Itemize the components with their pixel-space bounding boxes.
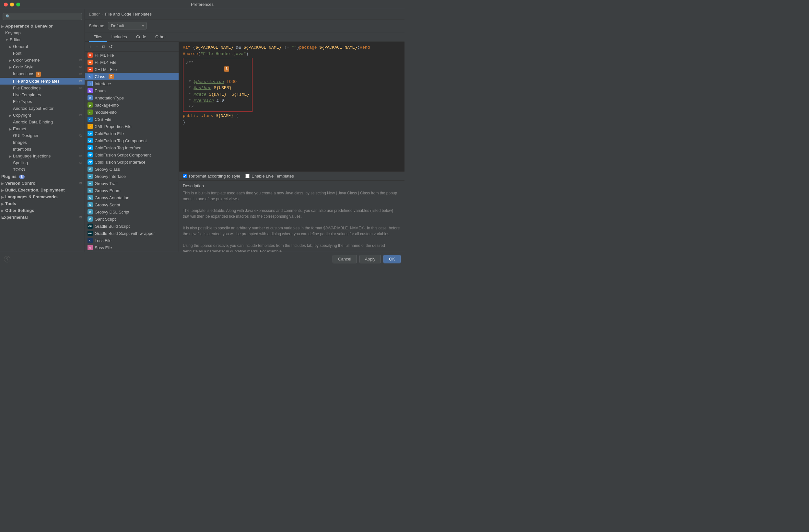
add-template-button[interactable]: + — [87, 43, 93, 50]
reformat-checkbox-label[interactable]: Reformat according to style — [183, 174, 240, 178]
file-item-less[interactable]: L Less File — [85, 237, 178, 244]
sidebar-item-live-templates[interactable]: Live Templates — [0, 91, 85, 98]
file-item-html4[interactable]: H HTML4 File — [85, 59, 178, 66]
sidebar-item-appearance-behavior[interactable]: ▶Appearance & Behavior — [0, 23, 85, 30]
sidebar-item-file-and-code-templates[interactable]: File and Code Templates ⧉ — [0, 78, 85, 85]
file-item-interface[interactable]: I Interface — [85, 80, 178, 87]
scheme-row: Scheme: Default Project — [85, 19, 404, 32]
breadcrumb-editor: Editor — [89, 12, 100, 17]
live-templates-checkbox[interactable] — [245, 174, 249, 178]
tab-code[interactable]: Code — [132, 32, 151, 42]
file-item-gradle-wrapper[interactable]: GR Gradle Build Script with wrapper — [85, 230, 178, 237]
code-editor[interactable]: #if (${PACKAGE_NAME} && ${PACKAGE_NAME} … — [179, 42, 404, 172]
code-line-7: * @version 1.0 — [186, 97, 249, 104]
code-line-9: public class ${NAME} { — [183, 113, 401, 119]
cancel-button[interactable]: Cancel — [332, 255, 357, 263]
sidebar-item-android-layout-editor[interactable]: Android Layout Editor — [0, 105, 85, 112]
copy-template-button[interactable]: ⧉ — [101, 43, 106, 50]
arrow-icon: ▶ — [1, 24, 4, 28]
file-item-module-info[interactable]: m module-info — [85, 108, 178, 116]
file-item-cf-tag-component[interactable]: CF ColdFusion Tag Component — [85, 137, 178, 144]
file-item-enum[interactable]: E Enum — [85, 87, 178, 94]
cf-icon: CF — [87, 152, 93, 158]
file-item-css[interactable]: C CSS File — [85, 116, 178, 123]
sidebar-item-version-control[interactable]: ▶Version Control ⧉ — [0, 180, 85, 187]
file-item-groovy-trait[interactable]: G Groovy Trait — [85, 180, 178, 187]
sidebar-item-language-injections[interactable]: ▶Language Injections ⧉ — [0, 153, 85, 159]
sidebar-item-images[interactable]: Images — [0, 139, 85, 146]
sidebar-item-build-execution[interactable]: ▶Build, Execution, Deployment — [0, 187, 85, 193]
file-item-groovy-interface[interactable]: G Groovy Interface — [85, 173, 178, 180]
sidebar: 🔍 ▶Appearance & Behavior Keymap ▼Editor … — [0, 9, 85, 252]
file-item-groovy-class[interactable]: G Groovy Class — [85, 165, 178, 173]
sidebar-item-gui-designer[interactable]: GUI Designer ⧉ — [0, 132, 85, 139]
file-item-label: Enum — [94, 88, 106, 93]
tab-includes[interactable]: Includes — [107, 32, 131, 42]
sidebar-item-emmet[interactable]: ▶Emmet — [0, 125, 85, 132]
minimize-button[interactable] — [10, 3, 14, 6]
file-item-label: package-info — [94, 103, 119, 108]
sidebar-item-code-style[interactable]: ▶Code Style ⧉ — [0, 64, 85, 70]
sidebar-item-other-settings[interactable]: ▶Other Settings — [0, 207, 85, 214]
sidebar-item-intentions[interactable]: Intentions — [0, 146, 85, 153]
search-box[interactable]: 🔍 — [3, 13, 82, 20]
copy-icon: ⧉ — [80, 79, 82, 83]
sidebar-item-android-data-binding[interactable]: Android Data Binding — [0, 119, 85, 125]
sidebar-item-tools[interactable]: ▶Tools — [0, 200, 85, 207]
sidebar-item-file-encodings[interactable]: File Encodings ⧉ — [0, 85, 85, 91]
file-item-gradle[interactable]: GR Gradle Build Script — [85, 223, 178, 230]
apply-button[interactable]: Apply — [359, 255, 381, 263]
file-item-annotation[interactable]: @ AnnotationType — [85, 94, 178, 102]
template-highlight-block: /** 3 * @description TODO * @author ${US… — [183, 58, 253, 112]
sidebar-item-color-scheme[interactable]: ▶Color Scheme ⧉ — [0, 57, 85, 64]
sidebar-item-spelling[interactable]: Spelling ⧉ — [0, 159, 85, 166]
file-item-package-info[interactable]: p package-info — [85, 102, 178, 108]
file-item-cf-script-interface[interactable]: CF ColdFusion Script Interface — [85, 158, 178, 165]
file-item-html[interactable]: H HTML File — [85, 52, 178, 59]
file-item-groovy-dsl[interactable]: G Groovy DSL Script — [85, 208, 178, 215]
file-item-cf-script-component[interactable]: CF ColdFusion Script Component — [85, 151, 178, 158]
file-item-cf-tag-interface[interactable]: CF ColdFusion Tag Interface — [85, 144, 178, 151]
file-item-label: Groovy Interface — [94, 174, 126, 179]
search-input[interactable] — [12, 14, 79, 19]
scheme-label: Scheme: — [89, 23, 105, 28]
sidebar-item-editor[interactable]: ▼Editor — [0, 36, 85, 43]
sidebar-item-file-types[interactable]: File Types — [0, 98, 85, 105]
sidebar-item-languages-frameworks[interactable]: ▶Languages & Frameworks — [0, 193, 85, 200]
maximize-button[interactable] — [16, 3, 20, 6]
sidebar-item-inspections[interactable]: Inspections1 ⧉ — [0, 70, 85, 78]
scheme-dropdown[interactable]: Default Project — [108, 22, 147, 30]
file-item-groovy-enum[interactable]: G Groovy Enum — [85, 187, 178, 194]
sidebar-item-general[interactable]: ▶General — [0, 43, 85, 50]
remove-template-button[interactable]: − — [94, 43, 99, 50]
sidebar-item-todo[interactable]: TODO — [0, 166, 85, 173]
file-item-groovy-annotation[interactable]: G Groovy Annotation — [85, 194, 178, 201]
sidebar-item-copyright[interactable]: ▶Copyright ⧉ — [0, 112, 85, 119]
tab-other[interactable]: Other — [151, 32, 171, 42]
reformat-checkbox[interactable] — [183, 174, 187, 178]
file-item-class[interactable]: C Class 2 — [85, 73, 178, 80]
close-button[interactable] — [4, 3, 8, 6]
sidebar-item-font[interactable]: Font — [0, 50, 85, 57]
live-templates-checkbox-label[interactable]: Enable Live Templates — [245, 174, 294, 178]
scheme-dropdown-wrap[interactable]: Default Project — [108, 22, 147, 30]
options-row: Reformat according to style Enable Live … — [179, 172, 404, 180]
tabs-row: Files Includes Code Other — [85, 32, 404, 42]
sidebar-item-plugins[interactable]: Plugins 8 — [0, 173, 85, 180]
sidebar-item-keymap[interactable]: Keymap — [0, 30, 85, 36]
file-item-xml-properties[interactable]: X XML Properties File — [85, 123, 178, 130]
code-line-5: * @author ${USER} — [186, 85, 249, 91]
reset-template-button[interactable]: ↺ — [108, 43, 114, 50]
file-item-sass[interactable]: S Sass File — [85, 244, 178, 251]
file-item-xhtml[interactable]: H XHTML File — [85, 66, 178, 73]
help-button[interactable]: ? — [4, 256, 11, 263]
copy-icon: ⧉ — [80, 58, 82, 62]
file-item-coldfusion[interactable]: CF ColdFusion File — [85, 130, 178, 137]
file-item-groovy-script[interactable]: G Groovy Script — [85, 201, 178, 208]
bottom-bar: ? Cancel Apply OK — [0, 252, 404, 266]
file-item-scss[interactable]: SC SCSS File — [85, 251, 178, 252]
sidebar-item-experimental[interactable]: Experimental ⧉ — [0, 214, 85, 220]
tab-files[interactable]: Files — [89, 32, 107, 42]
file-item-gant[interactable]: G Gant Script — [85, 215, 178, 223]
ok-button[interactable]: OK — [383, 255, 401, 263]
